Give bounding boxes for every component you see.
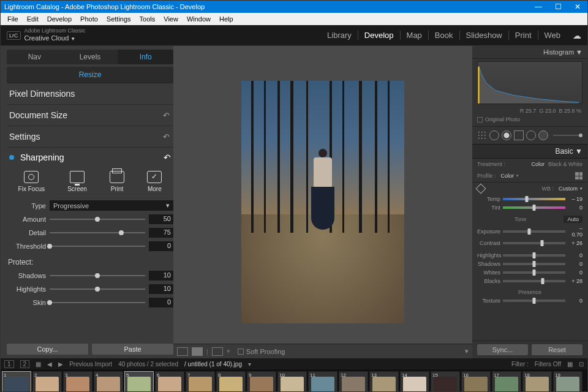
module-print[interactable]: Print [509,31,538,40]
treatment-color[interactable]: Color [531,161,545,167]
filter-select[interactable]: Filters Off [535,361,561,368]
filter-switch-icon[interactable]: ⊡ [579,361,584,368]
filmstrip-thumb[interactable]: 10••••• [277,371,307,392]
undo-icon[interactable]: ↶ [163,132,170,141]
texture-slider[interactable] [503,300,565,302]
highlights-slider[interactable] [50,285,145,293]
grid-view-icon[interactable]: 1 [4,360,14,368]
secondary-display-icon[interactable]: 2 [20,360,30,368]
detail-slider[interactable] [50,229,145,236]
threshold-value[interactable]: 0 [149,241,173,251]
menu-tools[interactable]: Tools [135,15,160,23]
blacks-slider[interactable] [503,280,565,282]
skin-value[interactable]: 0 [149,298,173,307]
filmstrip-thumb[interactable]: 13••••• [369,371,399,392]
maximize-button[interactable]: ☐ [548,1,568,13]
menu-photo[interactable]: Photo [76,15,102,23]
soft-proofing-checkbox[interactable]: Soft Proofing [238,348,285,355]
filmstrip-thumb[interactable]: 12••••• [339,371,368,392]
paste-button[interactable]: Paste [92,344,173,355]
detail-value[interactable]: 75 [149,228,173,238]
shadows-value[interactable]: 10 [149,271,173,281]
nav-fwd-icon[interactable]: ▶ [58,361,63,368]
filmstrip[interactable]: 1•••••2•••••3•••••4•••••5•••••6•••••7•••… [1,369,587,392]
filmstrip-thumb[interactable]: 3••••• [63,371,92,392]
gradient-tool-icon[interactable] [514,130,524,140]
menu-help[interactable]: Help [215,15,238,23]
filmstrip-thumb[interactable]: 15••••• [431,371,460,392]
copy-button[interactable]: Copy... [7,344,88,355]
module-map[interactable]: Map [401,31,429,40]
module-slideshow[interactable]: Slideshow [460,31,509,40]
redeye-tool-icon[interactable] [502,130,511,140]
close-button[interactable]: ✕ [568,1,587,13]
nav-back-icon[interactable]: ◀ [47,361,52,368]
section-sharpening[interactable]: Sharpening↶ [7,148,173,167]
section-pixel-dimensions[interactable]: Pixel Dimensions [7,83,173,105]
r-shadows-slider[interactable] [503,263,565,265]
tab-info[interactable]: Info [118,50,173,64]
menu-settings[interactable]: Settings [102,15,135,23]
tool-more[interactable]: More [147,171,162,192]
section-settings[interactable]: Settings↶ [7,126,173,148]
module-book[interactable]: Book [429,31,460,40]
filmstrip-thumb[interactable]: 19••••• [553,371,582,392]
filmstrip-thumb[interactable]: 18••••• [522,371,552,392]
skin-slider[interactable] [50,299,145,306]
r-highlights-slider[interactable] [503,254,565,257]
histogram-header[interactable]: Histogram ▼ [472,46,587,59]
profile-select[interactable]: Color [501,173,514,179]
tint-slider[interactable] [503,206,565,209]
menu-view[interactable]: View [159,15,183,23]
filter-lock-icon[interactable]: ▦ [567,361,573,368]
section-document-size[interactable]: Document Size↶ [7,105,173,126]
menu-window[interactable]: Window [183,15,215,23]
module-web[interactable]: Web [538,31,567,40]
spot-tool-icon[interactable] [489,130,499,140]
menu-file[interactable]: File [3,15,23,23]
resize-link[interactable]: Resize [7,67,173,83]
module-library[interactable]: Library [321,31,358,40]
tab-levels[interactable]: Levels [62,50,118,64]
compare-icon[interactable] [212,347,223,356]
cloud-sync-icon[interactable]: ☁ [573,31,581,40]
filmstrip-thumb[interactable]: 17••••• [492,371,521,392]
filmstrip-thumb[interactable]: 5••••• [124,371,154,392]
tone-auto-button[interactable]: Auto [564,216,582,223]
filmstrip-thumb[interactable]: 14••••• [400,371,429,392]
image-canvas[interactable]: | ▾ Soft Proofing ▾ [173,46,472,358]
source-label[interactable]: Previous Import [69,361,112,368]
radial-tool-icon[interactable] [526,130,536,140]
basic-panel-header[interactable]: Basic ▼ [472,145,587,159]
type-select[interactable]: Progressive▾ [50,200,173,211]
filmstrip-thumb[interactable]: 7••••• [186,371,215,392]
filmstrip-thumb[interactable]: 2••••• [32,371,62,392]
filmstrip-thumb[interactable]: 16••••• [461,371,491,392]
highlights-value[interactable]: 10 [149,284,173,294]
tool-size-slider[interactable] [553,135,582,136]
temp-slider[interactable] [503,198,565,200]
brush-tool-icon[interactable] [538,130,548,140]
undo-icon[interactable]: ↶ [164,153,171,162]
module-develop[interactable]: Develop [358,31,401,40]
filmstrip-thumb[interactable]: 9••••• [247,371,276,392]
sync-button[interactable]: Sync... [477,344,528,355]
filmstrip-thumb[interactable]: 4••••• [94,371,123,392]
amount-slider[interactable] [50,216,145,223]
filmstrip-thumb[interactable]: 8••••• [216,371,246,392]
toolbar-dropdown[interactable]: ▾ [465,347,469,355]
treatment-bw[interactable]: Black & White [548,161,582,167]
exposure-slider[interactable] [503,230,565,233]
tool-screen[interactable]: Screen [67,171,87,192]
filmstrip-thumb[interactable]: 6••••• [155,371,184,392]
view-mode-icon[interactable] [177,347,188,356]
tool-fix-focus[interactable]: Fix Focus [18,171,45,192]
menu-edit[interactable]: Edit [23,15,43,23]
tool-print[interactable]: Print [110,171,124,192]
threshold-slider[interactable] [50,243,145,250]
menu-develop[interactable]: Develop [43,15,76,23]
minimize-button[interactable]: — [529,1,548,13]
reset-button[interactable]: Reset [532,344,582,355]
amount-value[interactable]: 50 [149,214,173,224]
wb-eyedropper-icon[interactable] [476,184,486,194]
